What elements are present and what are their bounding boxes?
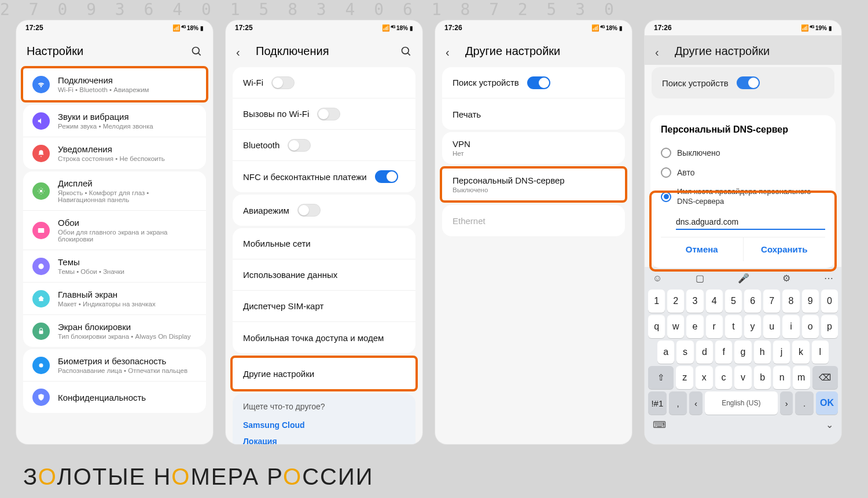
row-nfc[interactable]: NFC и бесконтактные платежи: [233, 161, 415, 192]
key-e[interactable]: e: [686, 315, 703, 338]
radio-hostname[interactable]: Имя хоста провайдера персонального DNS-с…: [661, 182, 825, 211]
row-airplane[interactable]: Авиарежим: [233, 195, 415, 226]
back-icon[interactable]: ‹: [236, 46, 248, 57]
key-d[interactable]: d: [696, 340, 713, 364]
link-samsung-cloud[interactable]: Samsung Cloud: [243, 417, 405, 433]
row-device-search[interactable]: Поиск устройств: [442, 67, 625, 98]
key-g[interactable]: g: [734, 340, 751, 364]
key-t[interactable]: t: [725, 315, 742, 338]
key-i[interactable]: i: [782, 315, 799, 338]
key-u[interactable]: u: [763, 315, 780, 338]
key-2[interactable]: 2: [667, 290, 684, 313]
key-x[interactable]: x: [696, 366, 713, 389]
key-1[interactable]: 1: [648, 290, 665, 313]
ok-key[interactable]: OK: [816, 391, 838, 415]
bt-toggle[interactable]: [288, 139, 311, 152]
key-k[interactable]: k: [792, 340, 809, 364]
key-v[interactable]: v: [734, 366, 752, 389]
row-homescreen[interactable]: Главный экранМакет • Индикаторы на значк…: [23, 283, 206, 315]
save-button[interactable]: Сохранить: [744, 237, 826, 261]
fingerprint-icon: [32, 357, 50, 374]
back-icon[interactable]: ‹: [655, 46, 667, 57]
search-icon[interactable]: [191, 46, 203, 57]
radio-off[interactable]: Выключено: [661, 143, 825, 163]
period-key[interactable]: .: [795, 391, 814, 415]
row-print[interactable]: Печать: [442, 98, 625, 130]
airplane-toggle[interactable]: [297, 204, 321, 217]
key-0[interactable]: 0: [821, 290, 838, 313]
key-z[interactable]: z: [676, 366, 693, 389]
row-vpn[interactable]: VPNНет: [442, 132, 625, 164]
row-private-dns[interactable]: Персональный DNS-серверВыключено: [442, 169, 625, 200]
key-f[interactable]: f: [715, 340, 732, 364]
key-p[interactable]: p: [821, 315, 838, 338]
row-themes[interactable]: ТемыТемы • Обои • Значки: [23, 250, 206, 283]
row-connections[interactable]: Подключения Wi-Fi • Bluetooth • Авиарежи…: [23, 68, 206, 100]
link-location[interactable]: Локация: [243, 433, 405, 444]
more-icon[interactable]: ⋯: [824, 273, 833, 284]
keyboard-expand-icon[interactable]: ⌄: [826, 419, 833, 430]
cancel-button[interactable]: Отмена: [661, 237, 744, 261]
wifi-toggle[interactable]: [271, 76, 295, 89]
key-n[interactable]: n: [773, 366, 790, 389]
row-privacy[interactable]: Конфиденциальность: [23, 382, 206, 413]
key-9[interactable]: 9: [802, 290, 819, 313]
key-q[interactable]: q: [648, 315, 665, 338]
key-y[interactable]: y: [744, 315, 761, 338]
devicesearch-toggle[interactable]: [737, 76, 760, 89]
keyboard-collapse-icon[interactable]: ⌨: [653, 419, 666, 430]
comma-key[interactable]: ,: [669, 391, 687, 415]
row-bluetooth[interactable]: Bluetooth: [233, 130, 415, 161]
row-lockscreen[interactable]: Экран блокировкиТип блокировки экрана • …: [23, 315, 206, 347]
key-3[interactable]: 3: [686, 290, 703, 313]
lang-prev-key[interactable]: ‹: [689, 391, 702, 415]
key-5[interactable]: 5: [725, 290, 742, 313]
row-biometrics[interactable]: Биометрия и безопасностьРаспознавание ли…: [23, 349, 206, 382]
highlight-private-dns: Персональный DNS-серверВыключено: [440, 166, 627, 203]
key-l[interactable]: l: [812, 340, 829, 364]
key-r[interactable]: r: [706, 315, 723, 338]
row-hotspot[interactable]: Мобильная точка доступа и модем: [233, 322, 415, 353]
symbols-key[interactable]: !#1: [648, 391, 667, 415]
key-w[interactable]: w: [667, 315, 684, 338]
row-display[interactable]: ДисплейЯркость • Комфорт для глаз • Нави…: [23, 171, 206, 211]
key-s[interactable]: s: [676, 340, 693, 364]
search-icon[interactable]: [400, 46, 412, 57]
row-more-settings[interactable]: Другие настройки: [233, 358, 415, 389]
key-o[interactable]: o: [802, 315, 819, 338]
lang-next-key[interactable]: ›: [780, 391, 793, 415]
row-sim-manager[interactable]: Диспетчер SIM-карт: [233, 291, 415, 322]
row-notifications[interactable]: УведомленияСтрока состояния • Не беспоко…: [23, 137, 206, 169]
key-c[interactable]: c: [715, 366, 733, 389]
key-a[interactable]: a: [657, 340, 674, 364]
emoji-icon[interactable]: ☺: [653, 273, 662, 284]
shift-key[interactable]: ⇧: [648, 366, 674, 389]
mic-icon[interactable]: 🎤: [738, 273, 749, 284]
key-6[interactable]: 6: [744, 290, 761, 313]
row-data-usage[interactable]: Использование данных: [233, 259, 415, 291]
backspace-key[interactable]: ⌫: [812, 366, 838, 389]
row-wifi[interactable]: Wi-Fi: [233, 67, 415, 98]
sticker-icon[interactable]: ▢: [696, 273, 704, 284]
spacebar-key[interactable]: English (US): [705, 391, 778, 415]
key-8[interactable]: 8: [782, 290, 799, 313]
gear-icon[interactable]: ⚙: [782, 273, 790, 284]
nfc-toggle[interactable]: [375, 170, 398, 183]
row-wallpaper[interactable]: ОбоиОбои для главного экрана и экрана бл…: [23, 211, 206, 250]
row-mobile-networks[interactable]: Мобильные сети: [233, 228, 415, 259]
key-b[interactable]: b: [754, 366, 771, 389]
back-icon[interactable]: ‹: [446, 46, 457, 57]
key-m[interactable]: m: [793, 366, 810, 389]
row-device-search[interactable]: Поиск устройств: [652, 67, 834, 98]
key-4[interactable]: 4: [706, 290, 723, 313]
wificall-toggle[interactable]: [317, 108, 340, 120]
row-ethernet[interactable]: Ethernet: [442, 205, 625, 236]
key-h[interactable]: h: [754, 340, 771, 364]
key-7[interactable]: 7: [763, 290, 780, 313]
key-j[interactable]: j: [773, 340, 790, 364]
radio-auto[interactable]: Авто: [661, 163, 825, 182]
dns-hostname-input[interactable]: [676, 215, 825, 230]
row-sounds[interactable]: Звуки и вибрацияРежим звука • Мелодия зв…: [23, 105, 206, 137]
devicesearch-toggle[interactable]: [527, 76, 550, 89]
row-wifi-calling[interactable]: Вызовы по Wi-Fi: [233, 98, 415, 130]
